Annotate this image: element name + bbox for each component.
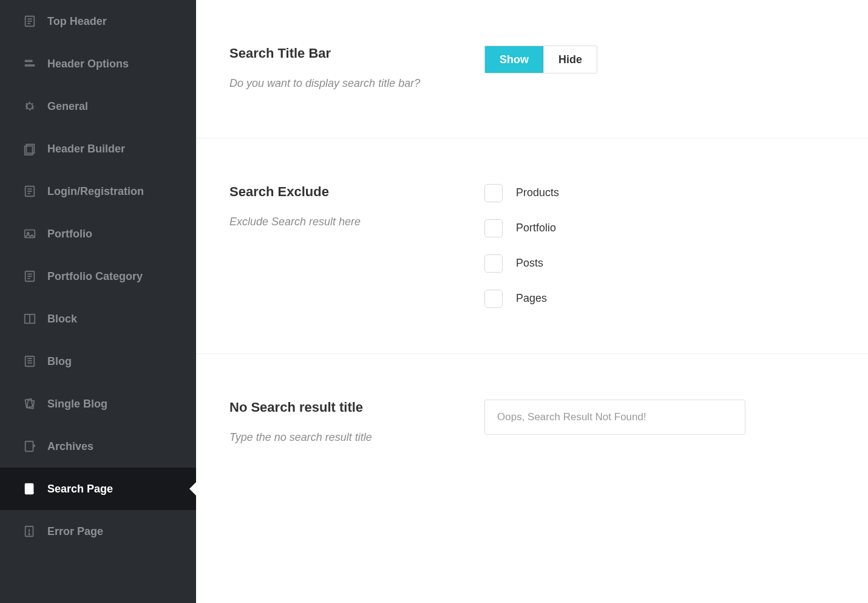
sidebar-item-label: Search Page xyxy=(47,483,113,496)
doc-icon xyxy=(23,270,36,283)
sidebar-item-single-blog[interactable]: Single Blog xyxy=(0,383,196,425)
sidebar-item-label: Single Blog xyxy=(47,398,107,411)
section-right xyxy=(484,400,835,446)
sidebar-item-header-builder[interactable]: Header Builder xyxy=(0,128,196,170)
svg-rect-4 xyxy=(25,60,33,63)
stack-icon xyxy=(23,142,36,155)
search-doc-icon xyxy=(23,482,36,496)
pages-icon xyxy=(23,397,36,411)
sidebar-item-top-header[interactable]: Top Header xyxy=(0,0,196,43)
error-doc-icon xyxy=(23,525,36,538)
section-left: Search Title Bar Do you want to display … xyxy=(229,46,460,92)
section-search-title-bar: Search Title Bar Do you want to display … xyxy=(196,0,868,138)
svg-rect-5 xyxy=(25,64,35,67)
doclines-icon xyxy=(23,355,36,368)
section-desc: Exclude Search result here xyxy=(229,213,424,231)
svg-point-32 xyxy=(29,534,30,535)
sidebar-item-header-options[interactable]: Header Options xyxy=(0,43,196,85)
section-left: Search Exclude Exclude Search result her… xyxy=(229,184,460,308)
sidebar-item-login-registration[interactable]: Login/Registration xyxy=(0,170,196,213)
doc-icon xyxy=(23,185,36,198)
checkbox-posts[interactable] xyxy=(484,254,503,273)
gear-icon xyxy=(23,100,36,113)
section-title: Search Exclude xyxy=(229,184,460,200)
svg-point-28 xyxy=(29,488,32,492)
main-content: Search Title Bar Do you want to display … xyxy=(196,0,868,603)
sidebar-item-label: General xyxy=(47,100,88,113)
section-desc: Do you want to display search title bar? xyxy=(229,75,424,92)
doc-icon xyxy=(23,15,36,28)
section-title: Search Title Bar xyxy=(229,46,460,61)
no-result-title-input[interactable] xyxy=(484,400,745,435)
sidebar: Top HeaderHeader OptionsGeneralHeader Bu… xyxy=(0,0,196,603)
sidebar-item-general[interactable]: General xyxy=(0,85,196,128)
exclude-option-pages: Pages xyxy=(484,290,835,308)
sidebar-item-portfolio-category[interactable]: Portfolio Category xyxy=(0,255,196,298)
checkbox-label: Posts xyxy=(516,257,543,270)
section-right: Show Hide xyxy=(484,46,835,92)
section-desc: Type the no search result title xyxy=(229,429,424,446)
checkbox-products[interactable] xyxy=(484,184,503,202)
sidebar-item-label: Blog xyxy=(47,355,72,368)
sidebar-item-label: Portfolio Category xyxy=(47,270,143,283)
sidebar-item-label: Block xyxy=(47,313,77,325)
sidebar-item-label: Header Options xyxy=(47,58,129,70)
show-hide-toggle: Show Hide xyxy=(484,46,597,73)
checkbox-label: Products xyxy=(516,186,559,199)
sidebar-item-search-page[interactable]: Search Page xyxy=(0,468,196,510)
sidebar-item-block[interactable]: Block xyxy=(0,298,196,340)
exclude-option-posts: Posts xyxy=(484,254,835,273)
section-no-search-result-title: No Search result title Type the no searc… xyxy=(196,354,868,492)
section-title: No Search result title xyxy=(229,400,460,415)
svg-rect-26 xyxy=(25,441,33,452)
sidebar-item-archives[interactable]: Archives xyxy=(0,425,196,468)
section-right: Products Portfolio Posts Pages xyxy=(484,184,835,308)
checkbox-label: Pages xyxy=(516,292,547,305)
section-search-exclude: Search Exclude Exclude Search result her… xyxy=(196,138,868,354)
sidebar-item-label: Archives xyxy=(47,440,93,453)
layout-icon xyxy=(23,312,36,325)
show-button[interactable]: Show xyxy=(485,46,543,73)
archive-icon xyxy=(23,440,36,453)
checkbox-pages[interactable] xyxy=(484,290,503,308)
sidebar-item-blog[interactable]: Blog xyxy=(0,340,196,383)
bars-icon xyxy=(23,57,36,70)
sidebar-item-label: Top Header xyxy=(47,15,107,28)
sidebar-item-label: Portfolio xyxy=(47,228,92,240)
sidebar-item-label: Error Page xyxy=(47,525,103,538)
sidebar-item-label: Login/Registration xyxy=(47,185,144,198)
exclude-option-portfolio: Portfolio xyxy=(484,219,835,237)
checkbox-portfolio[interactable] xyxy=(484,219,503,237)
sidebar-item-portfolio[interactable]: Portfolio xyxy=(0,213,196,255)
hide-button[interactable]: Hide xyxy=(543,46,597,73)
sidebar-item-error-page[interactable]: Error Page xyxy=(0,510,196,553)
checkbox-label: Portfolio xyxy=(516,222,556,234)
sidebar-item-label: Header Builder xyxy=(47,143,125,155)
exclude-checkbox-list: Products Portfolio Posts Pages xyxy=(484,184,835,308)
section-left: No Search result title Type the no searc… xyxy=(229,400,460,446)
image-icon xyxy=(23,227,36,240)
exclude-option-products: Products xyxy=(484,184,835,202)
